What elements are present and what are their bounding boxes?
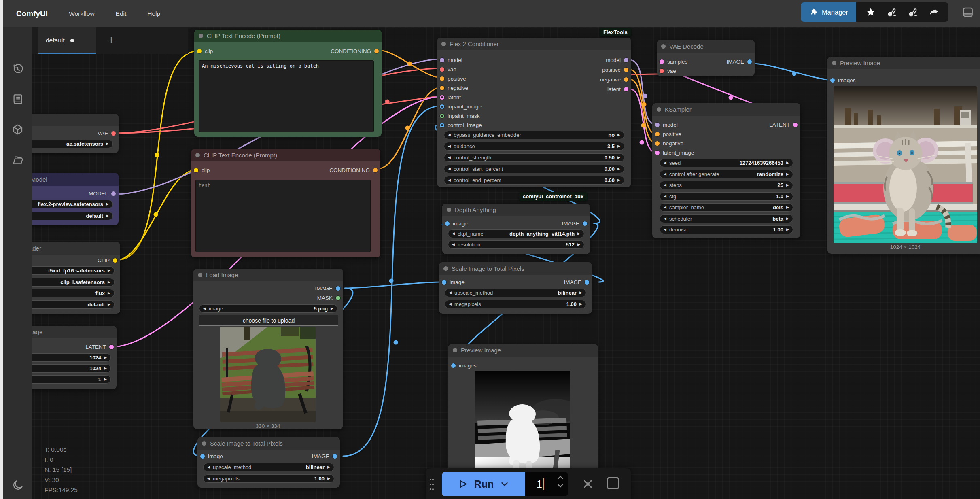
- new-workflow-button[interactable]: +: [103, 32, 119, 48]
- widget-megapixels[interactable]: megapixels1.00: [445, 300, 586, 308]
- source-bench-image[interactable]: [220, 327, 316, 422]
- widget-control-strength[interactable]: control_strength0.50: [444, 153, 624, 162]
- node-title-bar[interactable]: VAE Decode: [657, 40, 755, 53]
- node-library-icon[interactable]: [11, 92, 25, 106]
- choose-file-button[interactable]: choose file to upload: [199, 315, 338, 326]
- toolbar-drag-handle[interactable]: [430, 479, 436, 493]
- node-title-bar[interactable]: CLIP Text Encode (Prompt): [191, 149, 380, 161]
- increment-icon[interactable]: [108, 269, 110, 272]
- node-scale-image-mid[interactable]: Scale Image to Total Pixels image IMAGE …: [439, 262, 592, 314]
- increment-icon[interactable]: [617, 167, 620, 171]
- workflows-folder-icon[interactable]: [11, 153, 25, 167]
- node-title-bar[interactable]: CLIP Text Encode (Prompt): [194, 30, 382, 42]
- input-slot-model[interactable]: model: [440, 56, 462, 64]
- input-slot-vae[interactable]: vae: [440, 66, 456, 73]
- input-slot-inpaint-image[interactable]: inpaint_image: [440, 103, 482, 110]
- increment-icon[interactable]: [786, 172, 789, 176]
- cancel-run-button[interactable]: [579, 475, 597, 493]
- input-slot-samples[interactable]: samples: [660, 58, 687, 65]
- decrement-icon[interactable]: [207, 465, 210, 469]
- increment-icon[interactable]: [579, 291, 582, 295]
- widget-sampler-name[interactable]: sampler_namedeis: [660, 203, 793, 212]
- input-slot-image[interactable]: image: [445, 220, 468, 227]
- increment-icon[interactable]: [106, 202, 109, 206]
- decrement-icon[interactable]: [664, 228, 666, 231]
- output-slot-negative[interactable]: negative: [600, 76, 628, 83]
- node-title-bar[interactable]: Preview Image: [448, 344, 598, 357]
- prompt-textarea[interactable]: An mischievous cat is sitting on a batch: [199, 60, 374, 132]
- output-slot-vae[interactable]: VAE: [98, 130, 116, 137]
- widget-cfg[interactable]: cfg1.0: [660, 192, 793, 201]
- increment-icon[interactable]: [108, 291, 110, 295]
- batch-count-stepper[interactable]: [557, 475, 564, 488]
- increment-icon[interactable]: [786, 228, 789, 231]
- input-slot-negative[interactable]: negative: [440, 84, 468, 91]
- decrement-icon[interactable]: [448, 178, 451, 182]
- node-title-bar[interactable]: Scale Image to Total Pixels: [197, 437, 340, 450]
- increment-icon[interactable]: [617, 156, 620, 159]
- increment-icon[interactable]: [786, 183, 789, 187]
- increment-icon[interactable]: [104, 367, 107, 370]
- decrement-icon[interactable]: [664, 195, 666, 198]
- decrement-icon[interactable]: [664, 161, 666, 165]
- node-scale-image-bottom[interactable]: Scale Image to Total Pixels image IMAGE …: [197, 437, 340, 488]
- input-slot-clip[interactable]: clip: [194, 166, 210, 174]
- theme-toggle-moon-icon[interactable]: [11, 478, 25, 493]
- input-slot-image[interactable]: image: [200, 452, 223, 460]
- free-memory-vacuum-icon[interactable]: [902, 2, 923, 22]
- input-slot-positive[interactable]: positive: [440, 75, 466, 82]
- widget-image-file[interactable]: image5.png: [199, 304, 337, 313]
- widget-bypass-guidance-embedder[interactable]: bypass_guidance_embedderno: [444, 131, 624, 139]
- node-title-bar[interactable]: Load Image: [193, 269, 343, 281]
- output-slot-latent[interactable]: LATENT: [769, 121, 798, 128]
- prompt-textarea[interactable]: test: [195, 180, 371, 252]
- output-slot-clip[interactable]: CLIP: [98, 257, 117, 264]
- output-slot-image[interactable]: IMAGE: [562, 220, 587, 227]
- output-slot-conditioning[interactable]: CONDITIONING: [329, 166, 378, 174]
- decrement-icon[interactable]: [664, 172, 666, 176]
- increment-icon[interactable]: [108, 280, 110, 284]
- decrement-icon[interactable]: [452, 243, 455, 246]
- output-slot-positive[interactable]: positive: [602, 66, 628, 73]
- input-slot-image[interactable]: image: [442, 278, 465, 286]
- output-slot-latent[interactable]: latent: [607, 85, 628, 93]
- widget-scheduler[interactable]: schedulerbeta: [660, 214, 793, 223]
- increment-icon[interactable]: [577, 232, 580, 236]
- increment-icon[interactable]: [104, 378, 107, 381]
- node-title-bar[interactable]: KSampler: [652, 103, 800, 116]
- input-slot-latent[interactable]: latent: [440, 93, 461, 101]
- node-depth-anything[interactable]: Depth Anything image IMAGE ckpt_namedept…: [442, 204, 590, 254]
- decrement-icon[interactable]: [448, 156, 451, 159]
- node-flex2-conditioner[interactable]: Flex 2 Conditioner model vae positive ne…: [437, 38, 631, 187]
- widget-upscale-method[interactable]: upscale_methodbilinear: [203, 463, 334, 471]
- increment-icon[interactable]: [327, 465, 330, 469]
- widget-resolution[interactable]: resolution512: [448, 240, 584, 249]
- increment-icon[interactable]: [786, 161, 789, 165]
- node-preview-image-result[interactable]: Preview Image images: [827, 57, 980, 254]
- increment-icon[interactable]: [331, 307, 333, 310]
- menu-workflow[interactable]: Workflow: [69, 10, 94, 17]
- decrement-icon[interactable]: [448, 133, 451, 137]
- input-slot-model[interactable]: model: [655, 121, 678, 128]
- node-ksampler[interactable]: KSampler model positive negative latent_…: [652, 103, 800, 238]
- input-slot-inpaint-mask[interactable]: inpaint_mask: [440, 112, 480, 119]
- increment-icon[interactable]: [786, 195, 789, 198]
- stepper-down-icon[interactable]: [557, 483, 564, 488]
- node-title-bar[interactable]: Flex 2 Conditioner: [437, 38, 631, 50]
- widget-steps[interactable]: steps25: [660, 181, 793, 189]
- decrement-icon[interactable]: [449, 291, 452, 295]
- widget-control-end-percent[interactable]: control_end_percent0.60: [444, 176, 624, 185]
- output-slot-image[interactable]: IMAGE: [564, 278, 589, 286]
- decrement-icon[interactable]: [452, 232, 455, 236]
- increment-icon[interactable]: [108, 303, 110, 306]
- manager-button[interactable]: Manager: [801, 2, 856, 22]
- increment-icon[interactable]: [577, 243, 580, 246]
- output-slot-model[interactable]: MODEL: [89, 190, 116, 197]
- menu-help[interactable]: Help: [147, 10, 160, 17]
- increment-icon[interactable]: [617, 144, 620, 148]
- favorites-star-icon[interactable]: [860, 2, 881, 22]
- increment-icon[interactable]: [104, 356, 107, 359]
- model-library-icon[interactable]: [11, 122, 25, 137]
- output-slot-model[interactable]: model: [606, 56, 628, 64]
- widget-guidance[interactable]: guidance3.5: [444, 142, 624, 151]
